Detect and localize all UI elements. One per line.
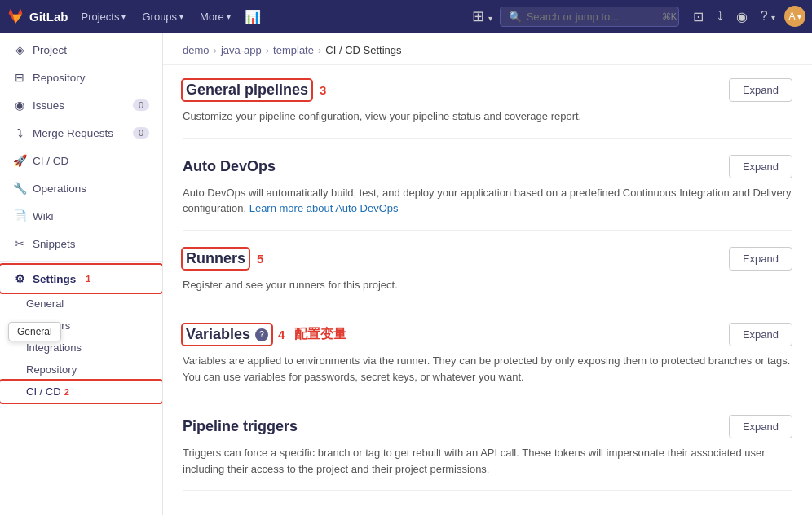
top-nav: GitLab Projects ▾ Groups ▾ More ▾ 📊 ⊞ ▾ … — [0, 0, 812, 33]
variables-help-icon[interactable]: ? — [255, 328, 268, 341]
section-general-pipelines: General pipelines 3 Expand Customize you… — [183, 78, 792, 139]
expand-auto-devops[interactable]: Expand — [729, 155, 792, 178]
groups-menu[interactable]: Groups ▾ — [135, 7, 190, 26]
section-title-row: General pipelines 3 — [183, 80, 326, 100]
help-menu[interactable]: ? ▾ — [757, 7, 779, 25]
merge-requests-badge: 0 — [133, 127, 149, 139]
todo-icon[interactable]: ⊡ — [689, 7, 708, 26]
section-title-variables: Variables ? — [183, 324, 271, 345]
general-tooltip: General — [8, 322, 61, 341]
section-title-general-pipelines: General pipelines — [183, 80, 311, 100]
nav-icons: ⊡ ⤵ ◉ ? ▾ A▾ — [689, 6, 805, 27]
more-menu[interactable]: More ▾ — [193, 7, 237, 26]
content-area: General pipelines 3 Expand Customize you… — [163, 65, 812, 515]
section-title-pipeline-triggers: Pipeline triggers — [183, 418, 298, 435]
breadcrumb-demo[interactable]: demo — [183, 44, 210, 56]
breadcrumb: demo › java-app › template › CI / CD Set… — [163, 33, 812, 65]
section-badge-runners: 5 — [257, 252, 263, 266]
issues-badge: 0 — [133, 99, 149, 111]
auto-devops-link[interactable]: Learn more about Auto DevOps — [249, 202, 399, 214]
section-badge-general-pipelines: 3 — [320, 83, 326, 97]
section-variables: Variables ? 4 配置变量 Expand Variables are … — [183, 323, 792, 398]
settings-annotation: 1 — [86, 274, 90, 284]
section-desc-runners: Register and see your runners for this p… — [183, 277, 792, 293]
chevron-down-icon: ▾ — [227, 12, 231, 21]
project-icon: ◈ — [13, 43, 26, 56]
section-desc-general-pipelines: Customize your pipeline configuration, v… — [183, 108, 792, 125]
logo[interactable]: GitLab — [7, 7, 68, 25]
issues-icon: ◉ — [13, 99, 26, 112]
projects-menu[interactable]: Projects ▾ — [75, 7, 133, 26]
chevron-down-icon: ▾ — [179, 12, 183, 21]
breadcrumb-sep-2: › — [266, 44, 269, 56]
expand-general-pipelines[interactable]: Expand — [729, 78, 792, 102]
sidebar-item-merge-requests[interactable]: ⤵ Merge Requests 0 — [0, 119, 162, 147]
section-title-runners: Runners — [183, 249, 249, 269]
section-header-auto-devops: Auto DevOps Expand — [183, 155, 792, 178]
search-input[interactable] — [527, 11, 657, 23]
section-header-runners: Runners 5 Expand — [183, 247, 792, 271]
repository-icon: ⊟ — [13, 71, 26, 84]
sidebar-item-wiki[interactable]: 📄 Wiki — [0, 202, 162, 230]
section-title-row-pipeline-triggers: Pipeline triggers — [183, 418, 298, 435]
section-auto-devops: Auto DevOps Expand Auto DevOps will auto… — [183, 155, 792, 231]
breadcrumb-template[interactable]: template — [273, 44, 314, 56]
merge-requests-icon: ⤵ — [13, 126, 26, 139]
issues-icon[interactable]: ◉ — [732, 7, 752, 26]
expand-runners[interactable]: Expand — [729, 247, 792, 271]
breadcrumb-sep-3: › — [318, 44, 321, 56]
section-pipeline-triggers: Pipeline triggers Expand Triggers can fo… — [183, 415, 792, 491]
section-desc-auto-devops: Auto DevOps will automatically build, te… — [183, 185, 792, 217]
sidebar-sub-repository[interactable]: Repository — [0, 359, 162, 381]
snippets-icon: ✂ — [13, 237, 26, 250]
section-runners: Runners 5 Expand Register and see your r… — [183, 247, 792, 307]
sidebar-item-settings[interactable]: ⚙ Settings 1 — [0, 265, 162, 293]
section-badge-variables: 4 — [278, 328, 285, 341]
section-title-row-auto-devops: Auto DevOps — [183, 158, 276, 175]
sidebar-item-issues[interactable]: ◉ Issues 0 — [0, 91, 162, 119]
section-header-pipeline-triggers: Pipeline triggers Expand — [183, 415, 792, 438]
expand-variables[interactable]: Expand — [729, 323, 792, 346]
section-desc-pipeline-triggers: Triggers can force a specific branch or … — [183, 445, 792, 477]
sidebar-item-operations[interactable]: 🔧 Operations — [0, 174, 162, 202]
layout: ◈ Project ⊟ Repository ◉ Issues 0 ⤵ Merg… — [0, 33, 812, 515]
breadcrumb-java-app[interactable]: java-app — [221, 44, 262, 56]
search-bar[interactable]: 🔍 ⌘K — [500, 7, 679, 27]
user-avatar[interactable]: A▾ — [784, 6, 805, 27]
wiki-icon: 📄 — [13, 209, 26, 222]
sidebar-item-snippets[interactable]: ✂ Snippets — [0, 230, 162, 258]
section-desc-variables: Variables are applied to environments vi… — [183, 353, 792, 385]
activity-icon[interactable]: 📊 — [241, 7, 265, 26]
breadcrumb-current: CI / CD Settings — [325, 44, 401, 56]
breadcrumb-sep-1: › — [214, 44, 217, 56]
settings-icon: ⚙ — [13, 272, 26, 285]
section-title-row-variables: Variables ? 4 配置变量 — [183, 324, 346, 345]
section-title-row-runners: Runners 5 — [183, 249, 263, 269]
variables-title-group: Variables ? 4 配置变量 — [183, 324, 346, 345]
chevron-down-icon: ▾ — [121, 12, 126, 21]
search-shortcut: ⌘K — [662, 11, 677, 22]
plus-menu[interactable]: ⊞ ▾ — [468, 6, 496, 27]
section-header-variables: Variables ? 4 配置变量 Expand — [183, 323, 792, 346]
sidebar: ◈ Project ⊟ Repository ◉ Issues 0 ⤵ Merg… — [0, 33, 163, 515]
sidebar-item-project[interactable]: ◈ Project — [0, 36, 162, 64]
sidebar-divider — [0, 261, 162, 262]
section-header-general-pipelines: General pipelines 3 Expand — [183, 78, 792, 102]
sidebar-item-repository[interactable]: ⊟ Repository — [0, 64, 162, 91]
expand-pipeline-triggers[interactable]: Expand — [729, 415, 792, 438]
cicd-annotation: 2 — [64, 387, 69, 397]
sidebar-sub-cicd[interactable]: CI / CD 2 — [0, 381, 162, 403]
cicd-icon: 🚀 — [13, 154, 26, 167]
sidebar-sub-general[interactable]: General General — [0, 293, 162, 315]
section-title-auto-devops: Auto DevOps — [183, 158, 276, 175]
merge-requests-icon[interactable]: ⤵ — [713, 7, 727, 25]
operations-icon: 🔧 — [13, 182, 26, 195]
main-content: demo › java-app › template › CI / CD Set… — [163, 33, 812, 515]
search-icon: 🔍 — [509, 11, 522, 23]
variables-chinese-label: 配置变量 — [294, 326, 346, 343]
sidebar-item-cicd[interactable]: 🚀 CI / CD — [0, 147, 162, 174]
